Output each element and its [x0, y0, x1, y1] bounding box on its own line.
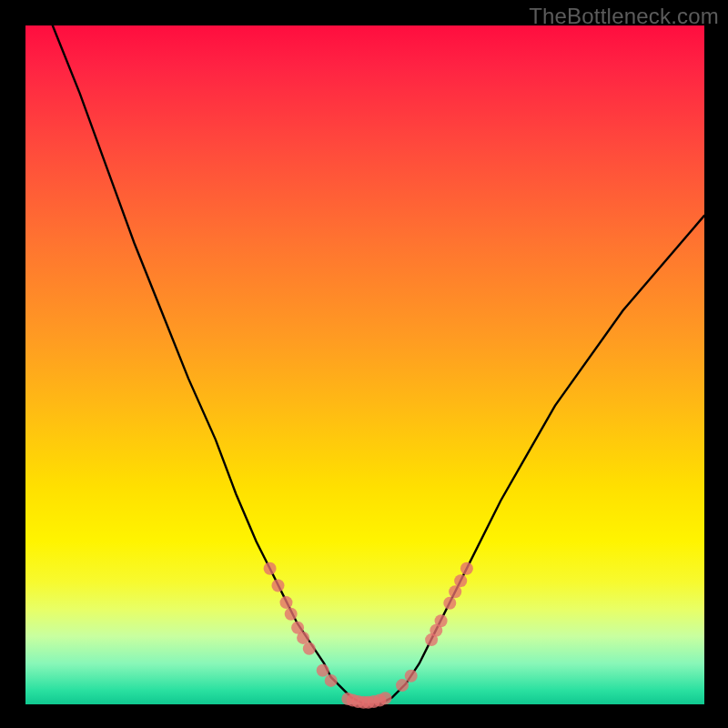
sample-dot	[317, 664, 329, 677]
sample-dot	[280, 596, 293, 609]
sample-dot	[285, 608, 298, 621]
plot-area	[25, 25, 704, 704]
sample-dot	[264, 562, 277, 575]
sample-dot	[396, 679, 409, 692]
bottleneck-curve	[53, 25, 704, 704]
sample-dot	[303, 642, 316, 655]
sample-dot	[443, 597, 456, 610]
sample-dot	[272, 580, 285, 592]
sample-dot	[379, 692, 391, 704]
sample-dots	[264, 562, 473, 709]
chart-frame: TheBottleneck.com	[0, 0, 728, 728]
sample-dot	[325, 674, 338, 687]
sample-dot	[405, 670, 418, 682]
sample-dot	[449, 585, 461, 598]
sample-dot	[460, 562, 473, 575]
curve-svg	[25, 25, 704, 704]
sample-dot	[454, 574, 467, 587]
sample-dot	[435, 614, 448, 627]
sample-dot	[297, 632, 309, 644]
